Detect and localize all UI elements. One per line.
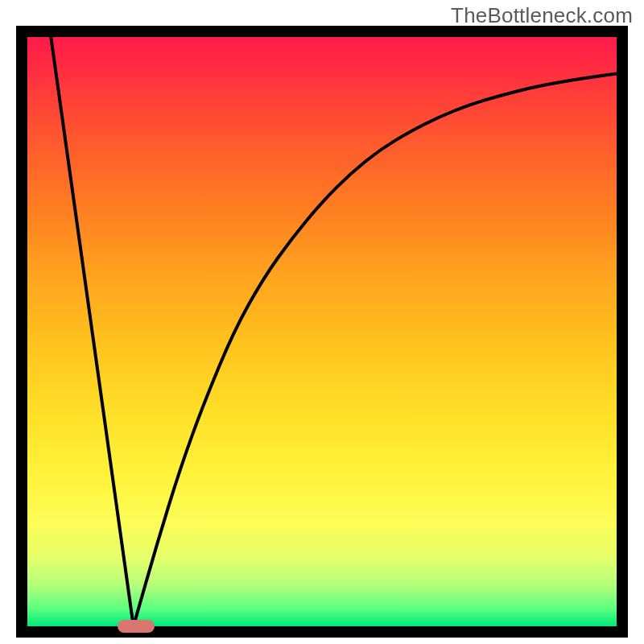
chart-frame (16, 26, 628, 638)
bottleneck-curve (27, 37, 617, 626)
watermark-text: TheBottleneck.com (451, 3, 633, 28)
optimal-point-marker (118, 620, 155, 633)
